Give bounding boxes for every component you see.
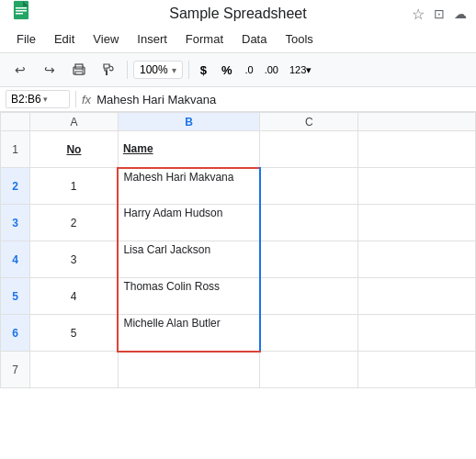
menu-insert[interactable]: Insert <box>130 29 175 49</box>
svg-rect-3 <box>16 7 27 9</box>
print-button[interactable] <box>66 57 92 83</box>
cell-d7[interactable] <box>358 352 476 388</box>
menu-bar: File Edit View Insert Format Data Tools <box>0 28 476 52</box>
cell-b3[interactable]: Harry Adam Hudson <box>118 205 260 241</box>
row-header-5[interactable]: 5 <box>1 278 30 315</box>
toolbar-separator-2 <box>188 61 189 79</box>
star-icon[interactable]: ☆ <box>412 6 425 23</box>
cell-d5[interactable] <box>358 278 476 315</box>
fx-label: fx <box>82 93 91 106</box>
column-header-row: A B C <box>1 113 476 131</box>
cell-c7[interactable] <box>260 352 358 388</box>
table-row: 1 No Name <box>1 131 476 168</box>
undo-button[interactable]: ↩ <box>7 57 33 83</box>
spreadsheet-title: Sample Spreadsheet <box>169 6 306 22</box>
cell-b5-value: Thomas Colin Ross <box>123 280 220 293</box>
cell-b2[interactable]: Mahesh Hari Makvana <box>118 168 260 205</box>
cell-a3[interactable]: 2 <box>29 205 118 241</box>
row-header-2[interactable]: 2 <box>1 168 30 205</box>
redo-button[interactable]: ↪ <box>37 57 62 83</box>
cell-a5-value: 4 <box>71 290 77 303</box>
formula-input[interactable] <box>96 93 470 106</box>
title-actions: ☆ ⊡ ☁ <box>412 6 467 23</box>
percent-button[interactable]: % <box>216 62 238 79</box>
paint-icon <box>101 62 116 77</box>
menu-edit[interactable]: Edit <box>47 29 82 49</box>
cell-b6[interactable]: Michelle Alan Butler <box>118 315 260 352</box>
cell-ref-value: B2:B6 <box>11 93 41 106</box>
cell-a2-value: 1 <box>71 180 77 193</box>
print-icon <box>72 62 86 77</box>
col-header-c[interactable]: C <box>260 113 358 131</box>
decimal-increase-button[interactable]: .00 <box>261 62 282 77</box>
corner-header <box>1 113 30 131</box>
cell-d6[interactable] <box>358 315 476 352</box>
more-formats-button[interactable]: 123▾ <box>286 62 315 78</box>
cell-b7[interactable] <box>118 352 260 388</box>
paint-format-button[interactable] <box>96 57 121 83</box>
cell-a1-value: No <box>66 143 81 156</box>
cell-b1-value: Name <box>123 142 153 155</box>
col-header-d[interactable] <box>358 113 476 131</box>
formula-bar-divider <box>75 91 76 107</box>
col-header-b[interactable]: B <box>118 113 260 131</box>
menu-format[interactable]: Format <box>178 29 231 49</box>
toolbar: ↩ ↪ 100% ▾ $ % .0 .00 123▾ <box>0 52 476 87</box>
table-row: 5 4 Thomas Colin Ross <box>1 278 476 315</box>
cell-a2[interactable]: 1 <box>29 168 118 205</box>
cell-c5[interactable] <box>260 278 358 315</box>
cell-c6[interactable] <box>260 315 358 352</box>
svg-rect-4 <box>16 10 27 12</box>
cell-a1[interactable]: No <box>29 131 118 168</box>
grid-container[interactable]: A B C 1 No Name 2 <box>0 112 476 459</box>
cell-c2[interactable] <box>260 168 358 205</box>
formula-bar: B2:B6 ▾ fx <box>0 87 476 112</box>
zoom-value: 100% <box>140 63 168 76</box>
menu-view[interactable]: View <box>85 29 126 49</box>
cell-b6-value: Michelle Alan Butler <box>123 317 220 330</box>
table-row: 7 <box>1 352 476 388</box>
table-row: 2 1 Mahesh Hari Makvana <box>1 168 476 205</box>
title-bar: Sample Spreadsheet ☆ ⊡ ☁ <box>0 0 476 28</box>
row-header-4[interactable]: 4 <box>1 241 30 278</box>
svg-point-10 <box>82 69 84 71</box>
row-header-3[interactable]: 3 <box>1 205 30 241</box>
cell-a3-value: 2 <box>71 217 77 230</box>
cell-b4[interactable]: Lisa Carl Jackson <box>118 241 260 278</box>
cell-d2[interactable] <box>358 168 476 205</box>
svg-rect-5 <box>16 13 23 15</box>
cloud-icon[interactable]: ☁ <box>454 6 467 21</box>
cell-a7[interactable] <box>29 352 118 388</box>
cell-a6-value: 5 <box>71 327 77 340</box>
cell-c3[interactable] <box>260 205 358 241</box>
cell-d3[interactable] <box>358 205 476 241</box>
decimal-decrease-button[interactable]: .0 <box>242 62 257 77</box>
cell-c1[interactable] <box>260 131 358 168</box>
cell-c4[interactable] <box>260 241 358 278</box>
cell-b2-value: Mahesh Hari Makvana <box>123 171 233 184</box>
cell-reference[interactable]: B2:B6 ▾ <box>6 90 70 108</box>
cell-a5[interactable]: 4 <box>29 278 118 315</box>
menu-file[interactable]: File <box>9 29 43 49</box>
row-header-7[interactable]: 7 <box>1 352 30 388</box>
col-header-a[interactable]: A <box>29 113 118 131</box>
menu-data[interactable]: Data <box>234 29 274 49</box>
menu-tools[interactable]: Tools <box>278 29 320 49</box>
zoom-arrow: ▾ <box>172 65 176 75</box>
cell-a4[interactable]: 3 <box>29 241 118 278</box>
cell-b5[interactable]: Thomas Colin Ross <box>118 278 260 315</box>
cell-a6[interactable]: 5 <box>29 315 118 352</box>
spreadsheet-grid: A B C 1 No Name 2 <box>0 112 476 388</box>
cell-d4[interactable] <box>358 241 476 278</box>
currency-button[interactable]: $ <box>195 62 212 79</box>
cell-d1[interactable] <box>358 131 476 168</box>
app-logo <box>9 0 37 29</box>
row-header-1[interactable]: 1 <box>1 131 30 168</box>
folder-icon[interactable]: ⊡ <box>434 6 445 21</box>
table-row: 6 5 Michelle Alan Butler <box>1 315 476 352</box>
cell-b1[interactable]: Name <box>118 131 260 168</box>
toolbar-separator-1 <box>127 61 128 79</box>
row-header-6[interactable]: 6 <box>1 315 30 352</box>
svg-rect-9 <box>75 72 83 74</box>
zoom-control[interactable]: 100% ▾ <box>133 61 183 79</box>
